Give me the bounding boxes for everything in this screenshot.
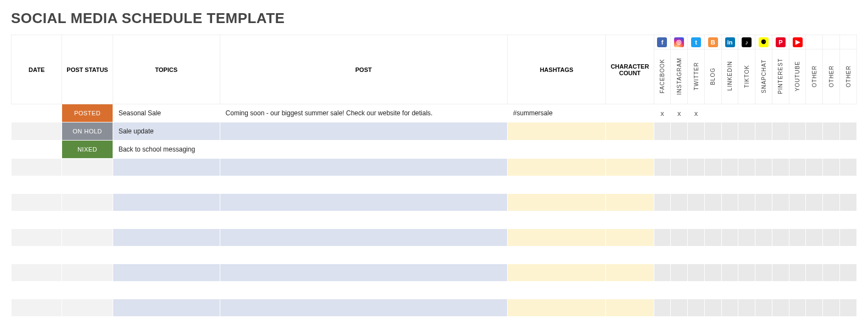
- cell-pinterest[interactable]: [772, 141, 789, 159]
- cell-youtube[interactable]: [789, 159, 806, 176]
- cell-date[interactable]: [12, 141, 62, 159]
- cell-hashtags[interactable]: [507, 122, 606, 141]
- cell-facebook[interactable]: [654, 159, 671, 176]
- cell-other3[interactable]: [840, 282, 857, 299]
- cell-status[interactable]: ON HOLD: [62, 122, 113, 141]
- cell-linkedin[interactable]: [721, 229, 738, 247]
- cell-topics[interactable]: [113, 211, 220, 229]
- cell-charcount[interactable]: [606, 211, 654, 229]
- cell-instagram[interactable]: [671, 176, 688, 194]
- cell-facebook[interactable]: [654, 299, 671, 317]
- cell-charcount[interactable]: [606, 264, 654, 282]
- cell-pinterest[interactable]: [772, 247, 789, 264]
- cell-instagram[interactable]: [671, 264, 688, 282]
- cell-post[interactable]: [220, 141, 507, 159]
- cell-date[interactable]: [12, 176, 62, 194]
- cell-charcount[interactable]: [606, 299, 654, 317]
- cell-facebook[interactable]: [654, 176, 671, 194]
- cell-hashtags[interactable]: [507, 317, 606, 331]
- cell-status[interactable]: [62, 247, 113, 264]
- cell-blog[interactable]: [704, 159, 721, 176]
- cell-status[interactable]: [62, 317, 113, 331]
- cell-status[interactable]: [62, 176, 113, 194]
- cell-instagram[interactable]: [671, 317, 688, 331]
- cell-youtube[interactable]: [789, 211, 806, 229]
- cell-status[interactable]: [62, 159, 113, 176]
- cell-other2[interactable]: [823, 159, 840, 176]
- cell-linkedin[interactable]: [721, 194, 738, 211]
- cell-blog[interactable]: [704, 104, 721, 122]
- cell-youtube[interactable]: [789, 122, 806, 141]
- cell-other2[interactable]: [823, 104, 840, 122]
- cell-twitter[interactable]: x: [688, 104, 705, 122]
- cell-pinterest[interactable]: [772, 194, 789, 211]
- cell-status[interactable]: [62, 211, 113, 229]
- cell-linkedin[interactable]: [721, 282, 738, 299]
- cell-topics[interactable]: [113, 247, 220, 264]
- cell-other3[interactable]: [840, 229, 857, 247]
- cell-youtube[interactable]: [789, 247, 806, 264]
- cell-hashtags[interactable]: [507, 194, 606, 211]
- cell-twitter[interactable]: [688, 229, 705, 247]
- cell-other3[interactable]: [840, 176, 857, 194]
- cell-snapchat[interactable]: [755, 229, 772, 247]
- cell-facebook[interactable]: [654, 122, 671, 141]
- cell-hashtags[interactable]: [507, 299, 606, 317]
- cell-facebook[interactable]: [654, 247, 671, 264]
- cell-instagram[interactable]: [671, 229, 688, 247]
- cell-post[interactable]: [220, 122, 507, 141]
- cell-tiktok[interactable]: [738, 264, 755, 282]
- cell-linkedin[interactable]: [721, 104, 738, 122]
- cell-date[interactable]: [12, 264, 62, 282]
- cell-tiktok[interactable]: [738, 122, 755, 141]
- cell-charcount[interactable]: [606, 247, 654, 264]
- cell-pinterest[interactable]: [772, 282, 789, 299]
- cell-hashtags[interactable]: #summersale: [507, 104, 606, 122]
- cell-snapchat[interactable]: [755, 211, 772, 229]
- cell-topics[interactable]: [113, 194, 220, 211]
- cell-post[interactable]: [220, 194, 507, 211]
- cell-youtube[interactable]: [789, 141, 806, 159]
- cell-snapchat[interactable]: [755, 141, 772, 159]
- cell-other3[interactable]: [840, 247, 857, 264]
- cell-tiktok[interactable]: [738, 211, 755, 229]
- cell-date[interactable]: [12, 317, 62, 331]
- cell-pinterest[interactable]: [772, 299, 789, 317]
- cell-tiktok[interactable]: [738, 141, 755, 159]
- cell-topics[interactable]: Back to school messaging: [113, 141, 220, 159]
- cell-twitter[interactable]: [688, 176, 705, 194]
- cell-other1[interactable]: [806, 104, 823, 122]
- cell-other1[interactable]: [806, 141, 823, 159]
- cell-instagram[interactable]: [671, 194, 688, 211]
- cell-pinterest[interactable]: [772, 122, 789, 141]
- cell-twitter[interactable]: [688, 264, 705, 282]
- cell-hashtags[interactable]: [507, 229, 606, 247]
- cell-blog[interactable]: [704, 247, 721, 264]
- cell-charcount[interactable]: [606, 122, 654, 141]
- cell-blog[interactable]: [704, 299, 721, 317]
- cell-topics[interactable]: [113, 299, 220, 317]
- cell-other1[interactable]: [806, 264, 823, 282]
- cell-snapchat[interactable]: [755, 282, 772, 299]
- cell-tiktok[interactable]: [738, 104, 755, 122]
- cell-other2[interactable]: [823, 299, 840, 317]
- cell-date[interactable]: [12, 282, 62, 299]
- cell-linkedin[interactable]: [721, 176, 738, 194]
- cell-youtube[interactable]: [789, 229, 806, 247]
- cell-other1[interactable]: [806, 247, 823, 264]
- cell-charcount[interactable]: [606, 104, 654, 122]
- cell-other1[interactable]: [806, 229, 823, 247]
- cell-youtube[interactable]: [789, 264, 806, 282]
- cell-other2[interactable]: [823, 194, 840, 211]
- cell-other3[interactable]: [840, 141, 857, 159]
- cell-twitter[interactable]: [688, 211, 705, 229]
- cell-charcount[interactable]: [606, 229, 654, 247]
- cell-instagram[interactable]: [671, 282, 688, 299]
- cell-other2[interactable]: [823, 282, 840, 299]
- cell-youtube[interactable]: [789, 194, 806, 211]
- cell-other1[interactable]: [806, 299, 823, 317]
- cell-instagram[interactable]: [671, 122, 688, 141]
- cell-snapchat[interactable]: [755, 104, 772, 122]
- cell-other3[interactable]: [840, 299, 857, 317]
- cell-linkedin[interactable]: [721, 247, 738, 264]
